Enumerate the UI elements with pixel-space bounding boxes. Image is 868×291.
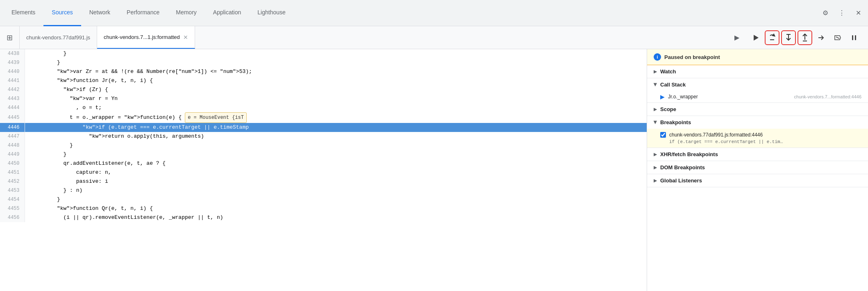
line-content: "kw">function Jr(e, t, n, i) { [25,76,647,85]
line-content: "kw">return o.apply(this, arguments) [25,132,647,141]
file-tab-2[interactable]: chunk-vendors.7...1.js:formatted ✕ [97,26,195,49]
dom-breakpoints-header[interactable]: ▶ DOM Breakpoints [647,161,868,174]
step-out-button[interactable] [798,30,812,45]
step-into-button[interactable] [781,30,796,45]
nav-actions: ⚙ ⋮ ✕ [819,7,865,20]
code-panel[interactable]: 4438 }4439 }4440 "kw">var Zr = at && !(r… [0,49,647,291]
global-label: Global Listeners [660,177,702,184]
top-nav: Elements Sources Network Performance Mem… [0,0,868,26]
tab-elements[interactable]: Elements [3,0,43,26]
line-content: } : n) [25,186,647,195]
line-number: 4456 [0,213,25,222]
breakpoints-arrow: ▶ [653,121,658,124]
line-number: 4444 [0,103,25,112]
call-stack-arrow: ▶ [653,83,658,86]
line-number: 4439 [0,58,25,67]
line-content: } [25,195,647,204]
code-row: 4455 "kw">function Qr(e, t, n, i) { [0,204,647,213]
call-stack-fn: Jr.o._wrapper [668,94,698,100]
step-button[interactable] [814,30,829,45]
file-tab-close[interactable]: ✕ [183,34,188,41]
line-content: } [25,58,647,67]
dom-label: DOM Breakpoints [660,164,705,171]
resume-button[interactable] [748,30,763,45]
code-row: 4442 "kw">if (Zr) { [0,85,647,94]
line-content: "kw">if (Zr) { [25,85,647,94]
line-content: passive: i [25,177,647,186]
tab-performance[interactable]: Performance [118,0,168,26]
file-tabs-actions: ▶ [727,26,868,49]
line-number: 4446 [0,123,25,132]
sidebar-toggle[interactable]: ⊞ [0,26,20,49]
close-button[interactable]: ✕ [852,7,865,20]
line-content: } [25,49,647,58]
right-panel: i Paused on breakpoint ▶ Watch ▶ Call St… [647,49,868,291]
paused-message: Paused on breakpoint [664,54,720,60]
watch-header[interactable]: ▶ Watch [647,65,868,78]
variable-tooltip: e = MouseEvent {isT [185,112,247,123]
xhr-arrow: ▶ [654,152,657,157]
breakpoint-checkbox[interactable] [660,132,666,138]
file-tabs-bar: ⊞ chunk-vendors.77daf991.js chunk-vendor… [0,26,868,49]
global-listeners-section: ▶ Global Listeners [647,174,868,187]
step-over-button[interactable] [765,30,779,45]
code-row: 4445 t = o._wrapper = "kw">function(e) {… [0,112,647,123]
tab-network[interactable]: Network [81,0,118,26]
scope-section: ▶ Scope [647,103,868,116]
line-content: "kw">function Qr(e, t, n, i) { [25,204,647,213]
svg-marker-0 [754,35,759,41]
file-tab-1[interactable]: chunk-vendors.77daf991.js [20,26,97,49]
line-number: 4452 [0,177,25,186]
breakpoint-item[interactable]: chunk-vendors.77daf991.js:formatted:4446… [647,129,868,148]
code-row: 4456 (i || qr).removeEventListener(e, _w… [0,213,647,222]
line-content: t = o._wrapper = "kw">function(e) {e = M… [25,112,647,123]
xhr-label: XHR/fetch Breakpoints [660,151,718,157]
code-row: 4454 } [0,195,647,204]
breakpoints-section: ▶ Breakpoints chunk-vendors.77daf991.js:… [647,116,868,148]
global-arrow: ▶ [654,178,657,183]
watch-arrow: ▶ [654,69,657,74]
scope-header[interactable]: ▶ Scope [647,103,868,116]
call-stack-item[interactable]: ▶ Jr.o._wrapper chunk-vendors.7...format… [647,91,868,102]
line-content: qr.addEventListener(e, t, ae ? { [25,159,647,168]
tab-application[interactable]: Application [205,0,250,26]
code-row: 4452 passive: i [0,177,647,186]
call-stack-header[interactable]: ▶ Call Stack [647,78,868,91]
paused-banner: i Paused on breakpoint [647,49,868,65]
run-snippet[interactable]: ▶ [730,31,743,44]
code-row: 4444 , o = t; [0,103,647,112]
debug-controls [745,30,865,45]
settings-button[interactable]: ⚙ [819,7,832,20]
tab-lighthouse[interactable]: Lighthouse [249,0,294,26]
code-row: 4451 capture: n, [0,168,647,177]
pause-on-exceptions-button[interactable] [847,30,861,45]
xhr-breakpoints-header[interactable]: ▶ XHR/fetch Breakpoints [647,148,868,161]
line-content: "kw">var Zr = at && !(re && Number(re["n… [25,67,647,76]
svg-rect-8 [852,35,853,40]
code-row: 4448 } [0,141,647,150]
global-listeners-header[interactable]: ▶ Global Listeners [647,174,868,187]
line-number: 4440 [0,67,25,76]
line-number: 4453 [0,186,25,195]
breakpoint-condition: if (e.target === e.currentTarget || e.ti… [669,139,861,144]
deactivate-breakpoints-button[interactable] [830,30,845,45]
more-button[interactable]: ⋮ [835,7,848,20]
line-number: 4438 [0,49,25,58]
code-row: 4450 qr.addEventListener(e, t, ae ? { [0,159,647,168]
line-number: 4455 [0,204,25,213]
line-content: , o = t; [25,103,647,112]
line-number: 4445 [0,112,25,123]
code-row: 4443 "kw">var r = Yn [0,94,647,103]
tab-sources[interactable]: Sources [43,0,81,26]
line-number: 4442 [0,85,25,94]
xhr-breakpoints-section: ▶ XHR/fetch Breakpoints [647,148,868,161]
code-row: 4453 } : n) [0,186,647,195]
code-table: 4438 }4439 }4440 "kw">var Zr = at && !(r… [0,49,647,222]
dom-breakpoints-section: ▶ DOM Breakpoints [647,161,868,174]
call-stack-loc: chunk-vendors.7...formatted:4446 [794,94,861,99]
call-stack-label: Call Stack [660,82,686,88]
tab-memory[interactable]: Memory [168,0,205,26]
breakpoints-label: Breakpoints [660,119,691,125]
breakpoints-header[interactable]: ▶ Breakpoints [647,116,868,129]
line-content: (i || qr).removeEventListener(e, _wrappe… [25,213,647,222]
